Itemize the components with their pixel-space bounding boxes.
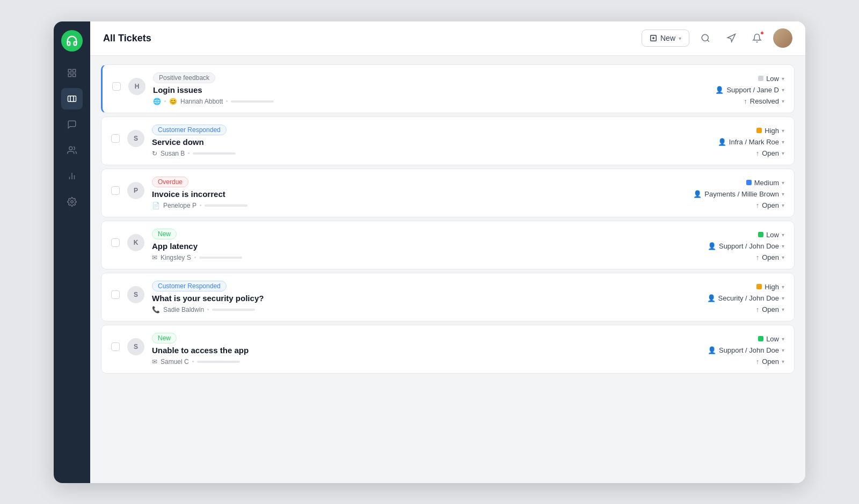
assignee-label: Support / John Doe (719, 346, 779, 354)
main-panel: All Tickets New ▾ (90, 21, 805, 483)
progress-bar (199, 257, 242, 259)
ticket-row[interactable]: H Positive feedback Login issues 🌐 😊 Han… (101, 64, 795, 113)
progress-bar (205, 204, 247, 207)
assignee-chevron: ▾ (782, 191, 784, 197)
ticket-title: Service down (152, 137, 669, 147)
ticket-assignee[interactable]: 👤 Infra / Mark Roe ▾ (718, 138, 784, 146)
progress-bar (231, 100, 274, 103)
priority-dot (758, 76, 763, 81)
search-button[interactable] (696, 28, 715, 48)
sidebar-item-grid[interactable] (61, 62, 83, 84)
priority-dot (756, 128, 762, 133)
ticket-priority[interactable]: Low ▾ (758, 75, 784, 83)
status-chevron: ▾ (782, 254, 784, 260)
app-logo[interactable] (61, 30, 83, 52)
ticket-row[interactable]: P Overdue Invoice is incorrect 📄 Penelop… (101, 169, 795, 217)
ticket-meta: 📞 Sadie Baldwin (152, 306, 669, 313)
ticket-right: Medium ▾ 👤 Payments / Millie Brown ▾ ↑ O… (677, 177, 784, 209)
priority-label: Medium (754, 179, 779, 187)
search-icon (701, 33, 710, 43)
dot-separator (200, 204, 201, 206)
assignee-label: Support / Jane D (726, 86, 779, 94)
status-label: Open (762, 305, 779, 313)
assignee-icon: 👤 (708, 242, 716, 250)
sidebar-item-users[interactable] (61, 140, 83, 161)
ticket-status[interactable]: ↑ Open ▾ (756, 201, 784, 209)
ticket-checkbox[interactable] (111, 134, 120, 143)
ticket-assignee[interactable]: 👤 Support / John Doe ▾ (708, 346, 784, 354)
dot-separator (194, 257, 196, 258)
status-icon: ↑ (756, 253, 760, 261)
ticket-tag: Customer Responded (152, 281, 227, 291)
user-avatar[interactable] (773, 28, 792, 48)
sidebar-item-chat[interactable] (61, 114, 83, 135)
ticket-priority[interactable]: High ▾ (756, 283, 784, 291)
ticket-checkbox[interactable] (111, 238, 120, 247)
new-button[interactable]: New ▾ (642, 30, 689, 47)
ticket-checkbox[interactable] (111, 186, 120, 195)
ticket-row[interactable]: K New App latency ✉ Kingsley S Low (101, 221, 795, 269)
ticket-list: H Positive feedback Login issues 🌐 😊 Han… (90, 56, 805, 483)
refresh-icon: ↻ (152, 150, 157, 157)
priority-dot (758, 232, 763, 237)
status-icon: ↑ (756, 201, 760, 209)
ticket-row[interactable]: S Customer Responded Service down ↻ Susa… (101, 116, 795, 165)
ticket-status[interactable]: ↑ Open ▾ (756, 149, 784, 157)
ticket-checkbox[interactable] (112, 82, 121, 91)
ticket-tag: New (152, 229, 177, 239)
mail-icon: ✉ (152, 358, 157, 366)
contact-name: Penelope P (163, 202, 196, 209)
ticket-checkbox[interactable] (111, 342, 120, 351)
progress-bar (193, 152, 236, 155)
ticket-title: App latency (152, 242, 669, 251)
status-label: Open (762, 149, 779, 157)
bell-badge (760, 31, 764, 35)
ticket-status[interactable]: ↑ Open ▾ (756, 305, 784, 313)
assignee-icon: 👤 (718, 138, 726, 146)
ticket-tag: Customer Responded (152, 125, 227, 135)
sidebar-item-tickets[interactable] (61, 88, 83, 109)
ticket-meta: ↻ Susan B (152, 150, 669, 157)
priority-label: Low (766, 231, 779, 239)
priority-chevron: ▾ (782, 76, 784, 82)
assignee-icon: 👤 (707, 294, 716, 302)
ticket-body: Customer Responded What is your security… (152, 281, 669, 313)
ticket-priority[interactable]: Low ▾ (758, 231, 784, 239)
emoji-icon: 😊 (169, 98, 177, 105)
status-label: Open (762, 253, 779, 261)
assignee-chevron: ▾ (782, 243, 784, 249)
contact-name: Samuel C (161, 358, 189, 366)
svg-line-14 (707, 40, 709, 41)
status-label: Open (762, 201, 779, 209)
svg-rect-1 (73, 69, 76, 72)
ticket-assignee[interactable]: 👤 Support / Jane D ▾ (715, 86, 784, 94)
priority-dot (758, 336, 763, 341)
ticket-assignee[interactable]: 👤 Payments / Millie Brown ▾ (693, 190, 784, 198)
ticket-status[interactable]: ↑ Resolved ▾ (744, 97, 784, 105)
ticket-checkbox[interactable] (111, 290, 120, 299)
ticket-priority[interactable]: Medium ▾ (746, 179, 784, 187)
status-chevron: ▾ (782, 359, 784, 364)
bell-button[interactable] (747, 28, 767, 48)
bell-icon (752, 33, 762, 43)
contact-name: Sadie Baldwin (163, 306, 204, 313)
megaphone-button[interactable] (722, 28, 741, 48)
ticket-status[interactable]: ↑ Open ▾ (756, 357, 784, 366)
assignee-label: Security / John Doe (718, 294, 779, 302)
sidebar-item-reports[interactable] (61, 165, 83, 187)
ticket-row[interactable]: S New Unable to access the app ✉ Samuel … (101, 325, 795, 374)
ticket-priority[interactable]: Low ▾ (758, 335, 784, 343)
header: All Tickets New ▾ (90, 21, 805, 56)
sidebar-item-settings[interactable] (61, 191, 83, 213)
ticket-tag: Positive feedback (153, 72, 215, 83)
assignee-label: Infra / Mark Roe (729, 138, 779, 146)
ticket-status[interactable]: ↑ Open ▾ (756, 253, 784, 261)
ticket-assignee[interactable]: 👤 Security / John Doe ▾ (707, 294, 784, 302)
ticket-priority[interactable]: High ▾ (756, 127, 784, 135)
status-icon: ↑ (744, 97, 747, 105)
ticket-assignee[interactable]: 👤 Support / John Doe ▾ (708, 242, 784, 250)
ticket-row[interactable]: S Customer Responded What is your securi… (101, 273, 795, 322)
doc-icon: 📄 (152, 202, 160, 209)
status-icon: ↑ (756, 305, 760, 313)
status-icon: ↑ (756, 149, 760, 157)
